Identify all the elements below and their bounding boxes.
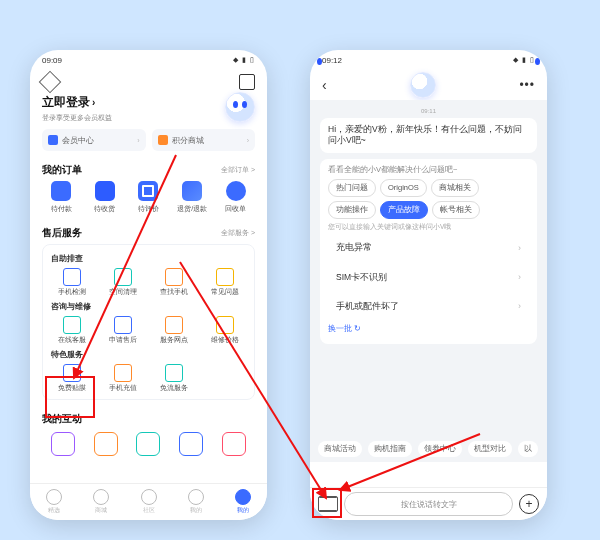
- left-screen: 09:09 ◆ ▮ ▯ 立即登录› 登录享受更多会员权益 会员中心› 积分商城›…: [30, 50, 267, 520]
- question-broken[interactable]: 手机或配件坏了›: [328, 294, 529, 318]
- special-free[interactable]: 免流服务: [151, 364, 197, 393]
- chat-area: 09:11 Hi，亲爱的V粉，新年快乐！有什么问题，不妨问问小V吧~ 看看全能的…: [310, 100, 547, 462]
- selfcheck-faq[interactable]: 常见问题: [202, 268, 248, 297]
- consult-title: 咨询与维修: [51, 301, 248, 312]
- points-mall-pill[interactable]: 积分商城›: [152, 129, 256, 151]
- member-center-pill[interactable]: 会员中心›: [42, 129, 146, 151]
- question-charge[interactable]: 充电异常›: [328, 236, 529, 260]
- nav-mine[interactable]: 我的: [220, 484, 267, 520]
- orders-title: 我的订单: [42, 163, 82, 177]
- order-pending-pay[interactable]: 待付款: [42, 181, 80, 214]
- topbar: [30, 70, 267, 92]
- nav-featured[interactable]: 精选: [30, 484, 77, 520]
- chip-coupon[interactable]: 领券中心: [418, 441, 462, 457]
- consult-store[interactable]: 服务网点: [151, 316, 197, 345]
- suggestion-chips: 商城活动 购机指南 领券中心 机型对比 以: [310, 436, 547, 462]
- voice-input[interactable]: 按住说话转文字: [344, 492, 513, 516]
- keyboard-icon[interactable]: [318, 496, 338, 512]
- question-sim[interactable]: SIM卡不识别›: [328, 265, 529, 289]
- nav-discover[interactable]: 我的: [172, 484, 219, 520]
- order-pending-receive[interactable]: 待收货: [86, 181, 124, 214]
- bottom-nav: 精选 商城 社区 我的 我的: [30, 483, 267, 520]
- statusbar: 09:12 ◆ ▮ ▯: [310, 50, 547, 70]
- chip-activity[interactable]: 商城活动: [318, 441, 362, 457]
- interact-icon-3[interactable]: [136, 432, 160, 456]
- interact-icon-2[interactable]: [94, 432, 118, 456]
- consult-online[interactable]: 在线客服: [49, 316, 95, 345]
- quick-links: 会员中心› 积分商城›: [30, 129, 267, 157]
- chip-more[interactable]: 以: [518, 441, 538, 457]
- status-time: 09:09: [42, 56, 62, 65]
- topic-tags: 热门问题 OriginOS 商城相关 功能操作 产品故障 帐号相关: [328, 179, 529, 219]
- special-recharge[interactable]: 手机充值: [100, 364, 146, 393]
- consult-apply[interactable]: 申请售后: [100, 316, 146, 345]
- chip-guide[interactable]: 购机指南: [368, 441, 412, 457]
- aftersale-section: 售后服务全部服务 > 自助排查 手机检测 空间清理 查找手机 常见问题 咨询与维…: [30, 220, 267, 400]
- refresh-button[interactable]: 换一批 ↻: [328, 324, 529, 334]
- special-film[interactable]: 免费贴膜: [49, 364, 95, 393]
- cart-icon[interactable]: [239, 74, 255, 90]
- orders-more[interactable]: 全部订单 >: [221, 165, 255, 175]
- tag-account[interactable]: 帐号相关: [432, 201, 480, 219]
- status-time: 09:12: [322, 56, 342, 65]
- back-icon[interactable]: ‹: [322, 77, 327, 93]
- tag-originos[interactable]: OriginOS: [380, 179, 427, 197]
- interact-icon-5[interactable]: [222, 432, 246, 456]
- selfcheck-title: 自助排查: [51, 253, 248, 264]
- tag-function[interactable]: 功能操作: [328, 201, 376, 219]
- special-title: 特色服务: [51, 349, 248, 360]
- input-bar: 按住说话转文字 +: [310, 487, 547, 520]
- chip-compare[interactable]: 机型对比: [468, 441, 512, 457]
- interact-icon-4[interactable]: [179, 432, 203, 456]
- keyword-hint: 您可以直接输入关键词或像这样问小V哦: [328, 223, 529, 232]
- bot-greeting: Hi，亲爱的V粉，新年快乐！有什么问题，不妨问问小V吧~: [320, 118, 537, 153]
- aftersale-title: 售后服务: [42, 226, 82, 240]
- consult-price[interactable]: 维修价格: [202, 316, 248, 345]
- order-pending-review[interactable]: 待评价: [129, 181, 167, 214]
- interact-title: 我的互动: [42, 412, 82, 426]
- login-subtitle: 登录享受更多会员权益: [42, 113, 255, 123]
- tag-fault[interactable]: 产品故障: [380, 201, 428, 219]
- plus-icon[interactable]: +: [519, 494, 539, 514]
- chat-header: ‹ •••: [310, 70, 547, 100]
- bot-avatar-icon: [410, 72, 436, 98]
- nav-community[interactable]: 社区: [125, 484, 172, 520]
- tag-hot[interactable]: 热门问题: [328, 179, 376, 197]
- right-screen: 09:12 ◆ ▮ ▯ ‹ ••• 09:11 Hi，亲爱的V粉，新年快乐！有什…: [310, 50, 547, 520]
- chat-time: 09:11: [320, 108, 537, 114]
- order-refund[interactable]: 退货/退款: [173, 181, 211, 214]
- status-icons: ◆ ▮ ▯: [513, 56, 535, 64]
- orders-section: 我的订单全部订单 > 待付款 待收货 待评价 退货/退款 回收单: [30, 157, 267, 214]
- login-block[interactable]: 立即登录› 登录享受更多会员权益: [30, 92, 267, 129]
- tag-mall[interactable]: 商城相关: [431, 179, 479, 197]
- settings-icon[interactable]: [39, 71, 62, 94]
- statusbar: 09:09 ◆ ▮ ▯: [30, 50, 267, 70]
- interact-icon-1[interactable]: [51, 432, 75, 456]
- login-title: 立即登录›: [42, 94, 255, 111]
- status-icons: ◆ ▮ ▯: [233, 56, 255, 64]
- interact-section: 我的互动: [30, 406, 267, 458]
- more-icon[interactable]: •••: [519, 78, 535, 92]
- selfcheck-find[interactable]: 查找手机: [151, 268, 197, 297]
- help-hint: 看看全能的小V都能解决什么问题吧~: [328, 165, 529, 175]
- nav-store[interactable]: 商城: [77, 484, 124, 520]
- avatar-icon[interactable]: [225, 92, 255, 122]
- selfcheck-clean[interactable]: 空间清理: [100, 268, 146, 297]
- order-recycle[interactable]: 回收单: [217, 181, 255, 214]
- aftersale-more[interactable]: 全部服务 >: [221, 228, 255, 238]
- help-card: 看看全能的小V都能解决什么问题吧~ 热门问题 OriginOS 商城相关 功能操…: [320, 159, 537, 344]
- selfcheck-phone[interactable]: 手机检测: [49, 268, 95, 297]
